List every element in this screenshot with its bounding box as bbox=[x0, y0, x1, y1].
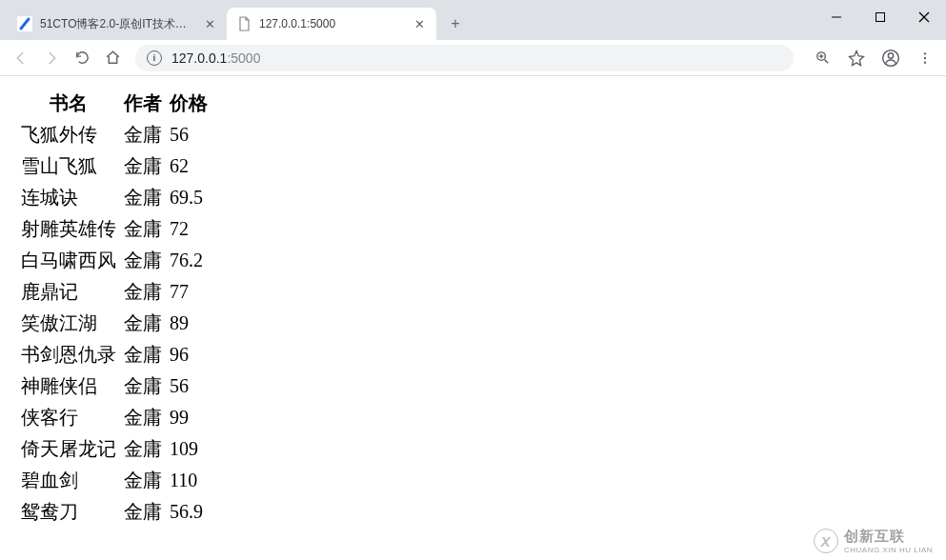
table-row: 射雕英雄传金庸72 bbox=[17, 213, 211, 245]
cell-title: 连城诀 bbox=[17, 182, 120, 213]
table-row: 神雕侠侣金庸56 bbox=[17, 370, 211, 402]
favicon-page-icon bbox=[236, 16, 252, 31]
table-row: 书剑恩仇录金庸96 bbox=[17, 339, 211, 370]
cell-title: 鹿鼎记 bbox=[17, 276, 120, 308]
cell-author: 金庸 bbox=[120, 370, 166, 402]
cell-price: 96 bbox=[166, 339, 211, 370]
cell-price: 69.5 bbox=[166, 182, 211, 213]
cell-author: 金庸 bbox=[120, 496, 166, 528]
page-content: 书名 作者 价格 飞狐外传金庸56雪山飞狐金庸62连城诀金庸69.5射雕英雄传金… bbox=[0, 76, 946, 539]
home-button[interactable] bbox=[99, 45, 126, 71]
cell-price: 109 bbox=[166, 433, 211, 465]
watermark: X 创新互联 CHUANG XIN HU LIAN bbox=[814, 528, 933, 554]
svg-point-13 bbox=[924, 61, 926, 63]
table-row: 笑傲江湖金庸89 bbox=[17, 308, 211, 339]
close-window-button[interactable] bbox=[902, 2, 946, 32]
cell-author: 金庸 bbox=[120, 245, 166, 276]
svg-rect-2 bbox=[876, 13, 885, 22]
watermark-logo-icon: X bbox=[814, 529, 838, 553]
books-table: 书名 作者 价格 飞狐外传金庸56雪山飞狐金庸62连城诀金庸69.5射雕英雄传金… bbox=[17, 88, 211, 528]
svg-line-6 bbox=[824, 60, 828, 64]
cell-title: 书剑恩仇录 bbox=[17, 339, 120, 370]
watermark-brand: 创新互联 bbox=[844, 528, 905, 544]
forward-button[interactable] bbox=[38, 45, 65, 71]
close-icon[interactable]: ✕ bbox=[412, 16, 427, 31]
cell-author: 金庸 bbox=[120, 433, 166, 465]
cell-author: 金庸 bbox=[120, 402, 166, 433]
menu-icon[interactable] bbox=[912, 45, 938, 71]
address-bar[interactable]: i 127.0.0.1:5000 bbox=[135, 45, 794, 71]
url-port: :5000 bbox=[227, 50, 260, 66]
maximize-button[interactable] bbox=[858, 2, 902, 32]
cell-price: 62 bbox=[166, 150, 211, 182]
cell-author: 金庸 bbox=[120, 182, 166, 213]
table-row: 飞狐外传金庸56 bbox=[17, 119, 211, 150]
col-author: 作者 bbox=[120, 88, 166, 119]
zoom-icon[interactable] bbox=[809, 45, 835, 71]
url-text: 127.0.0.1:5000 bbox=[171, 50, 260, 66]
cell-title: 雪山飞狐 bbox=[17, 150, 120, 182]
cell-title: 侠客行 bbox=[17, 402, 120, 433]
back-button[interactable] bbox=[8, 45, 34, 71]
close-icon[interactable]: ✕ bbox=[202, 16, 217, 31]
cell-price: 56.9 bbox=[166, 496, 211, 528]
cell-title: 鸳鸯刀 bbox=[17, 496, 120, 528]
cell-author: 金庸 bbox=[120, 465, 166, 496]
cell-price: 89 bbox=[166, 308, 211, 339]
cell-author: 金庸 bbox=[120, 276, 166, 308]
tab-localhost[interactable]: 127.0.0.1:5000 ✕ bbox=[227, 8, 436, 40]
col-title: 书名 bbox=[17, 88, 120, 119]
svg-point-11 bbox=[924, 52, 926, 54]
cell-author: 金庸 bbox=[120, 150, 166, 182]
table-row: 鸳鸯刀金庸56.9 bbox=[17, 496, 211, 528]
cell-author: 金庸 bbox=[120, 119, 166, 150]
table-row: 碧血剑金庸110 bbox=[17, 465, 211, 496]
table-row: 雪山飞狐金庸62 bbox=[17, 150, 211, 182]
reload-button[interactable] bbox=[69, 45, 95, 71]
browser-titlebar: 51CTO博客2.0-原创IT技术文章分 ✕ 127.0.0.1:5000 ✕ … bbox=[0, 0, 946, 40]
svg-point-12 bbox=[924, 56, 926, 58]
tab-title: 127.0.0.1:5000 bbox=[259, 17, 406, 30]
cell-price: 56 bbox=[166, 119, 211, 150]
tab-51cto[interactable]: 51CTO博客2.0-原创IT技术文章分 ✕ bbox=[8, 8, 227, 40]
cell-price: 99 bbox=[166, 402, 211, 433]
table-header-row: 书名 作者 价格 bbox=[17, 88, 211, 119]
table-row: 鹿鼎记金庸77 bbox=[17, 276, 211, 308]
url-host: 127.0.0.1 bbox=[171, 50, 227, 66]
cell-price: 110 bbox=[166, 465, 211, 496]
cell-title: 碧血剑 bbox=[17, 465, 120, 496]
cell-author: 金庸 bbox=[120, 213, 166, 245]
table-row: 倚天屠龙记金庸109 bbox=[17, 433, 211, 465]
minimize-button[interactable] bbox=[815, 2, 858, 32]
cell-author: 金庸 bbox=[120, 308, 166, 339]
cell-author: 金庸 bbox=[120, 339, 166, 370]
table-row: 连城诀金庸69.5 bbox=[17, 182, 211, 213]
profile-icon[interactable] bbox=[877, 45, 904, 71]
tab-title: 51CTO博客2.0-原创IT技术文章分 bbox=[40, 16, 196, 32]
new-tab-button[interactable]: + bbox=[442, 10, 469, 37]
watermark-sub: CHUANG XIN HU LIAN bbox=[844, 546, 933, 554]
table-row: 白马啸西风金庸76.2 bbox=[17, 245, 211, 276]
window-controls bbox=[815, 0, 946, 34]
cell-title: 飞狐外传 bbox=[17, 119, 120, 150]
cell-title: 笑傲江湖 bbox=[17, 308, 120, 339]
col-price: 价格 bbox=[166, 88, 211, 119]
favicon-51cto bbox=[17, 16, 32, 31]
toolbar-right bbox=[803, 45, 938, 71]
cell-price: 72 bbox=[166, 213, 211, 245]
cell-price: 77 bbox=[166, 276, 211, 308]
table-row: 侠客行金庸99 bbox=[17, 402, 211, 433]
cell-title: 白马啸西风 bbox=[17, 245, 120, 276]
cell-title: 神雕侠侣 bbox=[17, 370, 120, 402]
cell-price: 56 bbox=[166, 370, 211, 402]
browser-toolbar: i 127.0.0.1:5000 bbox=[0, 40, 946, 76]
cell-price: 76.2 bbox=[166, 245, 211, 276]
site-info-icon[interactable]: i bbox=[147, 50, 162, 66]
cell-title: 射雕英雄传 bbox=[17, 213, 120, 245]
svg-point-10 bbox=[888, 52, 893, 57]
bookmark-icon[interactable] bbox=[843, 45, 870, 71]
cell-title: 倚天屠龙记 bbox=[17, 433, 120, 465]
